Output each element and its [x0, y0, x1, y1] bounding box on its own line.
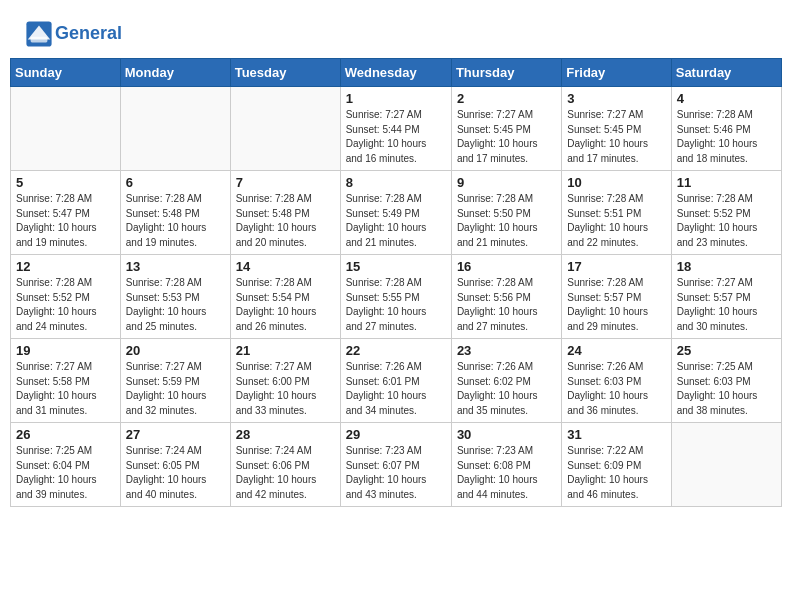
day-number: 20	[126, 343, 225, 358]
day-number: 28	[236, 427, 335, 442]
calendar-cell: 4Sunrise: 7:28 AMSunset: 5:46 PMDaylight…	[671, 87, 781, 171]
day-number: 10	[567, 175, 665, 190]
day-info: Sunrise: 7:22 AMSunset: 6:09 PMDaylight:…	[567, 444, 665, 502]
calendar-cell: 2Sunrise: 7:27 AMSunset: 5:45 PMDaylight…	[451, 87, 561, 171]
day-info: Sunrise: 7:28 AMSunset: 5:49 PMDaylight:…	[346, 192, 446, 250]
calendar-cell: 29Sunrise: 7:23 AMSunset: 6:07 PMDayligh…	[340, 423, 451, 507]
calendar-cell: 9Sunrise: 7:28 AMSunset: 5:50 PMDaylight…	[451, 171, 561, 255]
day-number: 18	[677, 259, 776, 274]
day-info: Sunrise: 7:28 AMSunset: 5:52 PMDaylight:…	[16, 276, 115, 334]
day-number: 11	[677, 175, 776, 190]
day-info: Sunrise: 7:28 AMSunset: 5:48 PMDaylight:…	[126, 192, 225, 250]
calendar-cell: 21Sunrise: 7:27 AMSunset: 6:00 PMDayligh…	[230, 339, 340, 423]
day-number: 19	[16, 343, 115, 358]
calendar-week-row: 1Sunrise: 7:27 AMSunset: 5:44 PMDaylight…	[11, 87, 782, 171]
day-number: 21	[236, 343, 335, 358]
calendar-cell: 16Sunrise: 7:28 AMSunset: 5:56 PMDayligh…	[451, 255, 561, 339]
day-number: 23	[457, 343, 556, 358]
day-number: 9	[457, 175, 556, 190]
day-info: Sunrise: 7:27 AMSunset: 6:00 PMDaylight:…	[236, 360, 335, 418]
weekday-header: Thursday	[451, 59, 561, 87]
day-number: 31	[567, 427, 665, 442]
calendar-cell: 27Sunrise: 7:24 AMSunset: 6:05 PMDayligh…	[120, 423, 230, 507]
calendar-cell: 24Sunrise: 7:26 AMSunset: 6:03 PMDayligh…	[562, 339, 671, 423]
day-number: 17	[567, 259, 665, 274]
calendar-cell: 6Sunrise: 7:28 AMSunset: 5:48 PMDaylight…	[120, 171, 230, 255]
calendar-cell: 11Sunrise: 7:28 AMSunset: 5:52 PMDayligh…	[671, 171, 781, 255]
calendar-cell: 22Sunrise: 7:26 AMSunset: 6:01 PMDayligh…	[340, 339, 451, 423]
svg-rect-2	[31, 37, 48, 43]
calendar-cell: 31Sunrise: 7:22 AMSunset: 6:09 PMDayligh…	[562, 423, 671, 507]
day-number: 6	[126, 175, 225, 190]
day-info: Sunrise: 7:27 AMSunset: 5:59 PMDaylight:…	[126, 360, 225, 418]
calendar-cell: 28Sunrise: 7:24 AMSunset: 6:06 PMDayligh…	[230, 423, 340, 507]
day-info: Sunrise: 7:24 AMSunset: 6:06 PMDaylight:…	[236, 444, 335, 502]
day-number: 30	[457, 427, 556, 442]
day-number: 16	[457, 259, 556, 274]
day-number: 4	[677, 91, 776, 106]
page-header: General	[10, 10, 782, 53]
weekday-header: Wednesday	[340, 59, 451, 87]
day-number: 12	[16, 259, 115, 274]
logo-icon	[25, 20, 53, 48]
calendar-cell: 10Sunrise: 7:28 AMSunset: 5:51 PMDayligh…	[562, 171, 671, 255]
day-number: 2	[457, 91, 556, 106]
calendar-cell	[120, 87, 230, 171]
calendar-cell: 8Sunrise: 7:28 AMSunset: 5:49 PMDaylight…	[340, 171, 451, 255]
day-info: Sunrise: 7:28 AMSunset: 5:46 PMDaylight:…	[677, 108, 776, 166]
logo-name-line1: General	[55, 24, 122, 44]
day-number: 26	[16, 427, 115, 442]
day-number: 15	[346, 259, 446, 274]
calendar-cell: 19Sunrise: 7:27 AMSunset: 5:58 PMDayligh…	[11, 339, 121, 423]
weekday-header: Sunday	[11, 59, 121, 87]
day-info: Sunrise: 7:23 AMSunset: 6:07 PMDaylight:…	[346, 444, 446, 502]
calendar-cell: 25Sunrise: 7:25 AMSunset: 6:03 PMDayligh…	[671, 339, 781, 423]
day-info: Sunrise: 7:24 AMSunset: 6:05 PMDaylight:…	[126, 444, 225, 502]
calendar-cell: 30Sunrise: 7:23 AMSunset: 6:08 PMDayligh…	[451, 423, 561, 507]
day-info: Sunrise: 7:28 AMSunset: 5:53 PMDaylight:…	[126, 276, 225, 334]
day-info: Sunrise: 7:27 AMSunset: 5:58 PMDaylight:…	[16, 360, 115, 418]
day-number: 3	[567, 91, 665, 106]
calendar-cell: 7Sunrise: 7:28 AMSunset: 5:48 PMDaylight…	[230, 171, 340, 255]
day-number: 14	[236, 259, 335, 274]
weekday-header: Monday	[120, 59, 230, 87]
weekday-header: Friday	[562, 59, 671, 87]
day-number: 8	[346, 175, 446, 190]
calendar-cell: 3Sunrise: 7:27 AMSunset: 5:45 PMDaylight…	[562, 87, 671, 171]
day-info: Sunrise: 7:25 AMSunset: 6:04 PMDaylight:…	[16, 444, 115, 502]
day-info: Sunrise: 7:28 AMSunset: 5:47 PMDaylight:…	[16, 192, 115, 250]
calendar-cell: 26Sunrise: 7:25 AMSunset: 6:04 PMDayligh…	[11, 423, 121, 507]
day-info: Sunrise: 7:26 AMSunset: 6:03 PMDaylight:…	[567, 360, 665, 418]
calendar-week-row: 26Sunrise: 7:25 AMSunset: 6:04 PMDayligh…	[11, 423, 782, 507]
day-number: 7	[236, 175, 335, 190]
weekday-header: Saturday	[671, 59, 781, 87]
day-number: 5	[16, 175, 115, 190]
day-info: Sunrise: 7:27 AMSunset: 5:45 PMDaylight:…	[567, 108, 665, 166]
day-info: Sunrise: 7:26 AMSunset: 6:01 PMDaylight:…	[346, 360, 446, 418]
day-info: Sunrise: 7:28 AMSunset: 5:54 PMDaylight:…	[236, 276, 335, 334]
day-info: Sunrise: 7:25 AMSunset: 6:03 PMDaylight:…	[677, 360, 776, 418]
day-number: 27	[126, 427, 225, 442]
day-number: 25	[677, 343, 776, 358]
calendar-week-row: 5Sunrise: 7:28 AMSunset: 5:47 PMDaylight…	[11, 171, 782, 255]
day-info: Sunrise: 7:28 AMSunset: 5:48 PMDaylight:…	[236, 192, 335, 250]
day-info: Sunrise: 7:28 AMSunset: 5:51 PMDaylight:…	[567, 192, 665, 250]
calendar-table: SundayMondayTuesdayWednesdayThursdayFrid…	[10, 58, 782, 507]
day-info: Sunrise: 7:23 AMSunset: 6:08 PMDaylight:…	[457, 444, 556, 502]
day-info: Sunrise: 7:28 AMSunset: 5:52 PMDaylight:…	[677, 192, 776, 250]
calendar-header-row: SundayMondayTuesdayWednesdayThursdayFrid…	[11, 59, 782, 87]
calendar-week-row: 19Sunrise: 7:27 AMSunset: 5:58 PMDayligh…	[11, 339, 782, 423]
day-info: Sunrise: 7:28 AMSunset: 5:57 PMDaylight:…	[567, 276, 665, 334]
day-number: 13	[126, 259, 225, 274]
day-number: 29	[346, 427, 446, 442]
weekday-header: Tuesday	[230, 59, 340, 87]
calendar-cell	[11, 87, 121, 171]
calendar-cell: 15Sunrise: 7:28 AMSunset: 5:55 PMDayligh…	[340, 255, 451, 339]
day-info: Sunrise: 7:27 AMSunset: 5:57 PMDaylight:…	[677, 276, 776, 334]
logo: General	[25, 20, 122, 48]
day-info: Sunrise: 7:26 AMSunset: 6:02 PMDaylight:…	[457, 360, 556, 418]
day-info: Sunrise: 7:27 AMSunset: 5:44 PMDaylight:…	[346, 108, 446, 166]
calendar-cell	[230, 87, 340, 171]
calendar-week-row: 12Sunrise: 7:28 AMSunset: 5:52 PMDayligh…	[11, 255, 782, 339]
calendar-cell: 18Sunrise: 7:27 AMSunset: 5:57 PMDayligh…	[671, 255, 781, 339]
